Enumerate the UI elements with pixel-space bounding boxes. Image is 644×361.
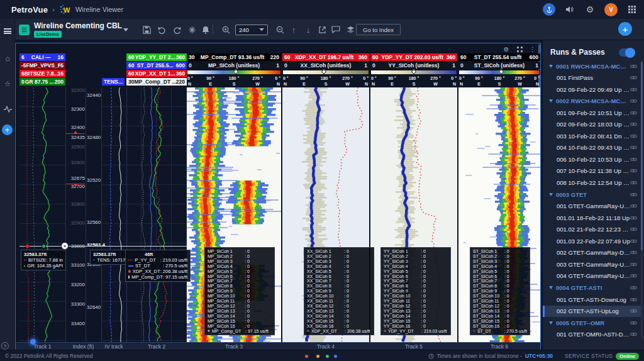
track-5-colormap-marker[interactable] <box>411 69 416 74</box>
run-pass-item[interactable]: 0001 RWCH-MCSA-MCEJ... <box>543 60 642 72</box>
link-icon[interactable] <box>630 332 637 336</box>
run-pass-item[interactable]: 0004 GTET-ASTI <box>543 282 642 293</box>
sound-icon[interactable] <box>564 4 575 15</box>
link-icon[interactable] <box>630 216 637 220</box>
track2-scale[interactable]: 60YDP_YY_DT 2...360 <box>126 53 187 61</box>
run-pass-item[interactable]: 001 FirstPass <box>543 72 642 84</box>
run-pass-item[interactable]: 001 GTET-GammaRay-UpL... <box>543 201 642 212</box>
link-icon[interactable] <box>630 262 637 267</box>
link-icon[interactable] <box>630 169 637 173</box>
link-icon[interactable] <box>630 227 637 231</box>
index-body[interactable] <box>65 87 101 342</box>
connection-status-icon[interactable] <box>543 3 555 16</box>
track-6-coherence-scale[interactable]: 0ST_SICoh (unitless)1 <box>458 62 540 69</box>
track1-body[interactable] <box>19 87 65 342</box>
zoom-in-icon[interactable] <box>220 24 231 35</box>
run-pass-item[interactable]: 008 10-Feb-22 12:54 Up @... <box>543 177 642 189</box>
group-caret-icon[interactable] <box>549 286 553 289</box>
track-4-scale[interactable]: 60XDP_XX_DT 196.7 us/ft360 <box>282 53 369 61</box>
link-icon[interactable] <box>630 181 637 185</box>
live-position-dot[interactable] <box>30 339 36 345</box>
run-pass-item[interactable]: 001 09-Feb-22 10:51 Up 3... <box>543 107 642 118</box>
link-icon[interactable] <box>630 250 637 255</box>
menu-hamburger-icon[interactable] <box>0 25 15 37</box>
group-caret-icon[interactable] <box>549 65 553 68</box>
run-pass-item[interactable]: 004 GTET-GammaRay-UpL... <box>543 270 642 282</box>
run-pass-item[interactable]: 001.02 21-Feb-22 12:23 U... <box>543 224 642 235</box>
link-icon[interactable] <box>630 111 637 115</box>
curves-pulse-icon[interactable] <box>0 103 15 115</box>
run-pass-item[interactable]: 002 GTET-ASTI-UpLog <box>543 306 642 317</box>
panel-layout-grid-icon[interactable] <box>516 45 523 53</box>
undo-icon[interactable] <box>156 24 167 35</box>
brand-logo-text[interactable]: PetroVue <box>11 5 48 14</box>
link-icon[interactable] <box>630 286 637 290</box>
run-pass-item[interactable]: 002 09-Feb-22 18:03 Up 3... <box>543 119 642 130</box>
redo-icon[interactable] <box>171 24 182 35</box>
rail-add-button[interactable]: + <box>2 125 13 135</box>
group-caret-icon[interactable] <box>549 99 553 103</box>
link-icon[interactable] <box>630 239 637 243</box>
link-icon[interactable] <box>630 87 637 92</box>
go-to-index-button[interactable]: Go to Index <box>356 24 401 35</box>
group-caret-icon[interactable] <box>549 321 553 325</box>
run-pass-item[interactable]: 001.03 22-Feb-22 07:49 Up <box>543 235 642 247</box>
track-5-coherence-scale[interactable]: 0YY_SICoh (unitless)1 <box>370 62 457 69</box>
doc-title-dropdown-icon[interactable] <box>123 28 128 31</box>
link-icon[interactable] <box>630 309 637 313</box>
link-icon[interactable] <box>630 75 637 80</box>
track1-scale[interactable]: 6BITSIZE 7.8...16 <box>19 70 65 77</box>
track2-scale[interactable]: 60ST_DT 255.5...600 <box>126 62 187 69</box>
favorites-star-icon[interactable]: ☆ <box>0 77 15 90</box>
timezone-value[interactable]: UTC+05:30 <box>525 353 553 359</box>
run-pass-item[interactable]: 001.01 18-Feb-22 11:18 Up <box>543 212 642 223</box>
track-6-scale[interactable]: 60ST_DT 255.54 us/ft600 <box>458 53 540 61</box>
notifications-bell-icon[interactable] <box>200 24 211 35</box>
track-6-colormap-marker[interactable] <box>498 69 503 74</box>
crosshair-handle[interactable]: » <box>61 242 69 250</box>
panel-settings-gear-icon[interactable]: ⚙ <box>502 45 510 53</box>
link-icon[interactable] <box>630 274 637 278</box>
auto-fit-icon[interactable] <box>186 24 197 35</box>
comment-icon[interactable] <box>330 24 341 35</box>
depth-scale-select[interactable]: 240 <box>235 25 268 35</box>
iv-track-scale[interactable]: TENS... <box>102 78 125 86</box>
track-5-scale[interactable]: 60YDP_YY_DT 202.03 us/ft360 <box>370 53 457 61</box>
save-icon[interactable] <box>141 24 152 35</box>
runs-passes-toggle[interactable] <box>619 48 635 57</box>
user-avatar[interactable]: V <box>604 3 618 16</box>
track-3-scale[interactable]: 30MP_Comp_DT 93.36 us/ft220 <box>187 53 281 61</box>
app-grid-icon[interactable] <box>626 4 638 15</box>
track-4-coherence-scale[interactable]: 0XX_SICoh (unitless)1 <box>282 62 369 69</box>
run-pass-item[interactable]: 001 GTET-ASTI-DownLog <box>543 294 642 305</box>
layers-icon[interactable] <box>345 24 356 35</box>
link-icon[interactable] <box>630 192 637 197</box>
sidebar-scrollbar-thumb[interactable] <box>641 62 643 250</box>
zoom-out-icon[interactable] <box>274 24 286 35</box>
run-pass-item[interactable]: 006 10-Feb-22 10:53 Up 3... <box>543 153 642 165</box>
track2-scale[interactable]: 30MP_Comp_DT ...220 <box>126 78 187 86</box>
iv-track-body[interactable] <box>101 87 126 342</box>
track1-scale[interactable]: 6CALI —16 <box>19 53 65 61</box>
panel-more-kebab-icon[interactable]: ⋮ <box>529 45 536 53</box>
track-3-colormap-marker[interactable] <box>233 69 238 74</box>
track2-scale[interactable]: 60XDP_XX_DT 1...360 <box>126 70 187 77</box>
run-pass-item[interactable]: 007 10-Feb-22 11:38 Up 1... <box>543 165 642 177</box>
run-pass-item[interactable]: 004 10-Feb-22 09:43 Up 3... <box>543 142 642 153</box>
run-pass-item[interactable]: 003 10-Feb-22 08:41 Dn 3... <box>543 130 642 142</box>
group-caret-icon[interactable] <box>549 193 553 196</box>
export-icon[interactable] <box>316 24 328 35</box>
run-pass-item[interactable]: 001 GTET-OMRI-ASTI-Dow... <box>543 329 642 340</box>
link-icon[interactable] <box>630 122 637 126</box>
link-icon[interactable] <box>630 204 637 208</box>
link-icon[interactable] <box>630 157 637 162</box>
run-pass-item[interactable]: 0002 RWCH-MCSA-MCEJ... <box>543 96 642 107</box>
home-icon[interactable]: ⌂ <box>0 52 15 65</box>
link-icon[interactable] <box>630 297 637 302</box>
track-4-colormap-marker[interactable] <box>321 69 326 74</box>
scroll-down-icon[interactable]: ↓ <box>303 24 314 35</box>
link-icon[interactable] <box>630 64 637 69</box>
run-pass-item[interactable]: 0005 GTET--OMR <box>543 317 642 328</box>
run-pass-item[interactable]: 002 09-Feb-22 09:49 Up 3... <box>543 84 642 95</box>
track-3-coherence-scale[interactable]: 0MP_SICoh (unitless)1 <box>187 62 281 69</box>
